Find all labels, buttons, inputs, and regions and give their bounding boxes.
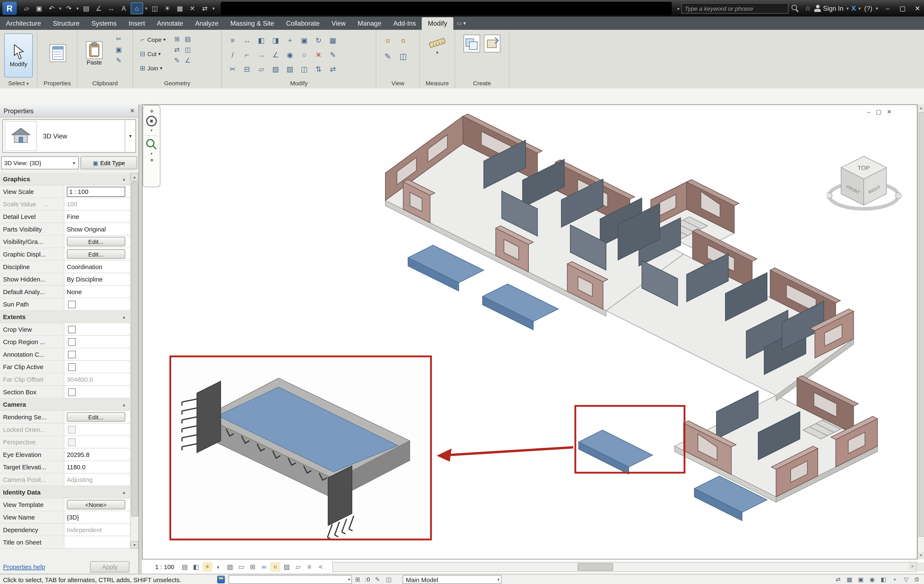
view-restore-icon[interactable]: ▢ [876,109,881,115]
tab-view[interactable]: View [326,17,352,30]
detail-level-icon[interactable]: ▤ [180,561,190,572]
tab-insert[interactable]: Insert [123,17,151,30]
scroll-right-icon[interactable]: > [908,562,916,570]
default-3d-view-icon[interactable]: ⌂ [131,2,143,14]
drawing-area[interactable]: TOP FRONT RIGHT ▾ ▾ ‒ ▢ ✕ [142,104,917,559]
sign-in-button[interactable]: Sign In [823,5,843,12]
exchange-dropdown-icon[interactable]: ▾ [857,6,862,11]
exchange-star-icon[interactable]: ☆ [802,3,813,14]
select-underlay-icon[interactable]: ▣ [856,576,865,583]
active-design-option-select[interactable]: Main Model▾ [403,575,502,584]
linework-icon[interactable]: ✎ [380,49,396,64]
scroll-down-icon[interactable]: ▾ [918,552,924,559]
switch-windows-icon[interactable]: ⇄ [199,3,211,14]
unpin-icon[interactable]: ○ [297,48,311,62]
paint-icon[interactable]: ✎ [172,55,182,66]
crop-region-checkbox[interactable] [68,338,76,346]
annotation-crop-checkbox[interactable] [68,350,76,358]
select-panel-label[interactable]: Select ▾ [0,79,37,88]
scroll-up-icon[interactable]: ▴ [131,173,139,181]
collapse-icon[interactable]: ▴ [123,314,125,320]
visual-style-icon[interactable]: ◧ [191,561,201,572]
exchange-apps-icon[interactable]: X [851,4,856,13]
aligned-dimension-icon[interactable]: ↔ [106,3,117,14]
section-identity-data[interactable]: Identity Data▴ [0,486,130,499]
modify-button[interactable]: Modify [4,33,33,78]
thin-lines-icon[interactable]: ▦ [174,3,185,14]
tab-modify[interactable]: Modify [422,17,453,30]
create-assembly-icon[interactable] [484,35,500,53]
split-face-icon[interactable]: ◫ [182,44,193,55]
view-template-button[interactable]: <None> [67,500,125,509]
match-properties-icon[interactable]: ✎ [326,48,340,62]
save-icon[interactable]: ▣ [33,3,45,14]
rendering-settings-edit-button[interactable]: Edit... [67,412,125,422]
qat-overflow-icon[interactable]: ▸ [676,6,681,11]
type-selector[interactable]: 3D View ▾ [2,119,136,153]
properties-header[interactable]: Properties ✕ [0,104,139,117]
pin-icon[interactable]: ◉ [283,48,297,62]
unjoin-icon[interactable]: ⇄ [172,44,182,55]
type-selector-dropdown-icon[interactable]: ▾ [125,120,135,152]
wall-joins-icon[interactable]: ⊞ [172,33,182,44]
search-icon[interactable] [791,4,799,13]
extend-icon[interactable]: → [254,48,269,62]
undo-dropdown-icon[interactable]: ▾ [58,6,63,11]
design-options-icon[interactable]: ✎ [373,576,382,583]
tab-manage[interactable]: Manage [352,17,388,30]
displacement-icon[interactable]: ▱ [293,561,303,572]
editable-only-icon[interactable]: ⊞ [353,576,362,583]
mirror-draw-axis-icon[interactable]: ◨ [269,33,283,48]
far-clip-active-checkbox[interactable] [68,363,76,371]
tab-analyze[interactable]: Analyze [189,17,224,30]
print-icon[interactable]: ▤ [81,3,92,14]
paint2-icon[interactable]: ▧ [269,62,283,76]
move-vertical-icon[interactable]: ⇅ [311,62,326,76]
graphic-display-edit-button[interactable]: Edit... [67,249,125,259]
copy-to-clipboard-icon[interactable]: ▣ [113,44,124,55]
shadows-icon[interactable]: ◐ [214,561,224,572]
section-extents[interactable]: Extents▴ [0,311,130,323]
help-icon[interactable]: (?) [863,3,874,14]
qat-customize-icon[interactable]: ▾ [211,6,216,11]
reveal-constraints-icon[interactable]: ≡ [304,561,314,572]
worksharing-status-icon[interactable] [217,576,225,583]
crop-view-checkbox[interactable] [68,325,76,333]
cut-profile2-icon[interactable]: ◫ [395,49,411,64]
cope-button[interactable]: ⌐Cope ▾ [138,32,166,46]
align-icon[interactable]: ≡ [225,33,240,48]
cut-to-clipboard-icon[interactable]: ✂ [113,33,124,44]
scale-button[interactable]: 1 : 100 [155,563,174,570]
discipline-value[interactable]: Coordination [64,261,130,273]
vcb-collapse-icon[interactable]: < [315,561,326,572]
view-minimize-icon[interactable]: ‒ [867,109,870,115]
trim-icon[interactable]: ⌐ [240,48,254,62]
delete-icon[interactable]: ✕ [311,48,326,62]
move-icon[interactable]: + [283,33,297,48]
window-maximize-icon[interactable]: ▢ [896,3,909,14]
section-camera[interactable]: Camera▴ [0,399,130,411]
rotate-icon[interactable]: ↻ [311,33,326,48]
properties-close-icon[interactable]: ✕ [130,107,135,114]
collapse-icon[interactable]: ▴ [123,490,125,495]
join-cut-icon[interactable]: ⊟ [240,62,254,76]
reveal-hidden-icon[interactable]: ¤ [395,33,411,49]
viewcube[interactable]: TOP FRONT RIGHT [827,153,904,221]
help-dropdown-icon[interactable]: ▾ [874,6,879,11]
tab-collaborate[interactable]: Collaborate [280,17,326,30]
render-icon[interactable]: ☀ [162,3,173,14]
properties-palette-button[interactable] [46,35,70,72]
tab-architecture[interactable]: Architecture [0,17,47,30]
tab-structure[interactable]: Structure [47,17,86,30]
cut-profile-icon[interactable]: ✂ [225,62,240,76]
exclude-options-icon[interactable]: ◫ [384,576,393,583]
section-graphics[interactable]: Graphics▴ [0,173,130,185]
select-by-face-icon[interactable]: ◧ [879,576,888,583]
measure-dropdown-icon[interactable]: ▾ [436,50,438,56]
collapse-icon[interactable]: ▴ [123,176,125,182]
undo-icon[interactable]: ↶ [46,3,57,14]
rendering-dialog-icon[interactable]: ▨ [225,561,235,572]
view-close-icon[interactable]: ✕ [887,109,892,115]
cut-button[interactable]: ⊟Cut ▾ [138,46,166,61]
tab-massing-site[interactable]: Massing & Site [224,17,280,30]
